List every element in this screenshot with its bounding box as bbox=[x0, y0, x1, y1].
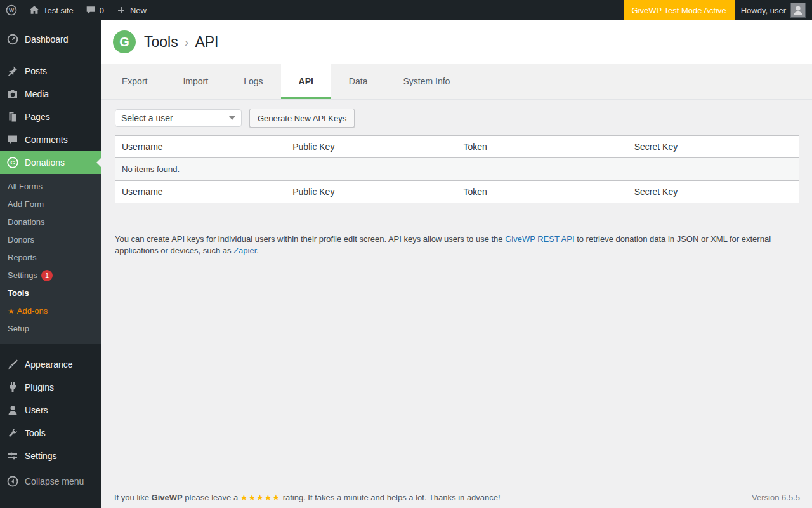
submenu-item-setup[interactable]: Setup bbox=[0, 320, 102, 338]
svg-text:G: G bbox=[10, 159, 15, 166]
submenu-item-reports[interactable]: Reports bbox=[0, 249, 102, 267]
sidebar-item-users[interactable]: Users bbox=[0, 399, 102, 422]
home-icon bbox=[29, 4, 40, 16]
description-text: . bbox=[256, 246, 259, 255]
zapier-link[interactable]: Zapier bbox=[233, 246, 256, 255]
sidebar-item-label: Appearance bbox=[25, 359, 73, 370]
breadcrumb-root: Tools bbox=[144, 34, 178, 51]
sidebar-item-settings[interactable]: Settings bbox=[0, 444, 102, 467]
sidebar-item-label: Donations bbox=[25, 157, 65, 168]
tab-export[interactable]: Export bbox=[104, 64, 165, 99]
submenu-item-addons[interactable]: ★Add-ons bbox=[0, 302, 102, 320]
version-label: Version 6.5.5 bbox=[752, 493, 800, 502]
submenu-item-label: Donors bbox=[8, 235, 34, 244]
submenu-item-label: Setup bbox=[8, 324, 29, 333]
column-header-public-key: Public Key bbox=[286, 136, 457, 157]
footer-text: please leave a bbox=[183, 493, 240, 502]
five-star-rating-link[interactable]: ★★★★★ bbox=[240, 493, 280, 502]
tab-import[interactable]: Import bbox=[165, 64, 226, 99]
footer-text: rating. It takes a minute and helps a lo… bbox=[280, 493, 501, 502]
dashboard-icon bbox=[6, 33, 19, 46]
api-panel: Select a user Generate New API Keys User… bbox=[102, 100, 812, 257]
submenu-item-donors[interactable]: Donors bbox=[0, 231, 102, 249]
submenu-item-all-forms[interactable]: All Forms bbox=[0, 178, 102, 196]
sidebar-item-posts[interactable]: Posts bbox=[0, 60, 102, 83]
comments-icon bbox=[6, 133, 19, 146]
menu-separator bbox=[0, 51, 102, 60]
pages-icon bbox=[6, 110, 19, 123]
api-description: You can create API keys for individual u… bbox=[115, 234, 775, 257]
sidebar-item-label: Comments bbox=[25, 134, 68, 145]
tools-icon bbox=[6, 427, 19, 439]
table-footer-row: Username Public Key Token Secret Key bbox=[115, 180, 799, 203]
new-label: New bbox=[130, 6, 147, 15]
sidebar-item-donations[interactable]: G Donations bbox=[0, 151, 102, 174]
submenu-item-settings[interactable]: Settings1 bbox=[0, 267, 102, 284]
sidebar-item-comments[interactable]: Comments bbox=[0, 128, 102, 151]
select-user-dropdown[interactable]: Select a user bbox=[115, 109, 242, 127]
column-header-username: Username bbox=[115, 136, 286, 157]
page-header: G Tools › API bbox=[102, 20, 812, 64]
sidebar-item-dashboard[interactable]: Dashboard bbox=[0, 28, 102, 51]
submenu-item-label: All Forms bbox=[8, 182, 43, 191]
site-name-menu[interactable]: Test site bbox=[23, 0, 79, 20]
sidebar-item-label: Settings bbox=[25, 450, 57, 462]
svg-text:W: W bbox=[9, 7, 15, 13]
brand-name: GiveWP bbox=[152, 493, 183, 502]
collapse-menu-label: Collapse menu bbox=[25, 476, 84, 487]
tab-system-info[interactable]: System Info bbox=[385, 64, 468, 99]
rating-request: If you like GiveWP please leave a ★★★★★ … bbox=[114, 493, 501, 502]
table-empty-row: No items found. bbox=[115, 158, 799, 180]
sidebar-item-label: Plugins bbox=[25, 382, 54, 393]
submenu-item-tools[interactable]: Tools bbox=[0, 284, 102, 302]
tab-logs[interactable]: Logs bbox=[226, 64, 280, 99]
submenu-item-add-form[interactable]: Add Form bbox=[0, 196, 102, 213]
comments-menu[interactable]: 0 bbox=[79, 0, 110, 20]
comment-bubble-icon bbox=[85, 4, 96, 16]
tab-label: Data bbox=[349, 76, 368, 86]
sidebar-item-appearance[interactable]: Appearance bbox=[0, 353, 102, 376]
wordpress-logo-menu[interactable]: W bbox=[0, 0, 23, 20]
appearance-icon bbox=[6, 358, 19, 371]
table-header-row: Username Public Key Token Secret Key bbox=[115, 136, 799, 158]
sidebar-item-label: Tools bbox=[25, 427, 46, 439]
sidebar-item-tools[interactable]: Tools bbox=[0, 422, 102, 444]
sidebar-item-pages[interactable]: Pages bbox=[0, 105, 102, 128]
api-toolbar: Select a user Generate New API Keys bbox=[115, 109, 799, 128]
generate-api-keys-button[interactable]: Generate New API Keys bbox=[249, 109, 355, 128]
sidebar: Dashboard Posts Media Pag bbox=[0, 20, 102, 508]
sidebar-item-label: Users bbox=[25, 404, 48, 416]
settings-update-badge: 1 bbox=[41, 270, 53, 281]
column-header-username: Username bbox=[115, 181, 286, 203]
collapse-menu-button[interactable]: Collapse menu bbox=[0, 470, 102, 493]
avatar bbox=[790, 3, 806, 18]
givewp-logo: G bbox=[113, 30, 136, 53]
menu-separator bbox=[0, 344, 102, 353]
donations-submenu: All Forms Add Form Donations Donors Repo… bbox=[0, 174, 102, 344]
description-text: You can create API keys for individual u… bbox=[115, 234, 505, 244]
account-menu[interactable]: Howdy, user bbox=[735, 0, 812, 20]
tab-label: API bbox=[299, 76, 313, 86]
tab-label: Logs bbox=[244, 76, 263, 86]
tab-label: Import bbox=[183, 76, 208, 86]
collapse-arrow-icon bbox=[6, 475, 19, 488]
givewp-icon: G bbox=[6, 156, 19, 169]
givewp-test-mode-badge[interactable]: GiveWP Test Mode Active bbox=[624, 0, 735, 20]
admin-bar: W Test site 0 New GiveWP Test Mode Activ… bbox=[0, 0, 812, 20]
sidebar-item-label: Posts bbox=[25, 65, 47, 77]
tools-tab-bar: Export Import Logs API Data System Info bbox=[102, 64, 812, 100]
screen: W Test site 0 New GiveWP Test Mode Activ… bbox=[0, 0, 812, 508]
new-menu[interactable]: New bbox=[110, 0, 152, 20]
submenu-item-donations[interactable]: Donations bbox=[0, 213, 102, 231]
tab-api[interactable]: API bbox=[281, 64, 331, 99]
star-icon: ★ bbox=[8, 307, 15, 316]
sidebar-item-media[interactable]: Media bbox=[0, 83, 102, 105]
column-header-public-key: Public Key bbox=[286, 181, 457, 203]
sidebar-item-plugins[interactable]: Plugins bbox=[0, 376, 102, 399]
submenu-item-label: Add Form bbox=[8, 199, 44, 209]
site-name-label: Test site bbox=[43, 6, 74, 15]
tab-data[interactable]: Data bbox=[331, 64, 386, 99]
main-content: G Tools › API Export Import Logs API Dat… bbox=[102, 20, 812, 508]
rest-api-link[interactable]: GiveWP REST API bbox=[505, 234, 574, 244]
wordpress-icon: W bbox=[6, 4, 17, 16]
